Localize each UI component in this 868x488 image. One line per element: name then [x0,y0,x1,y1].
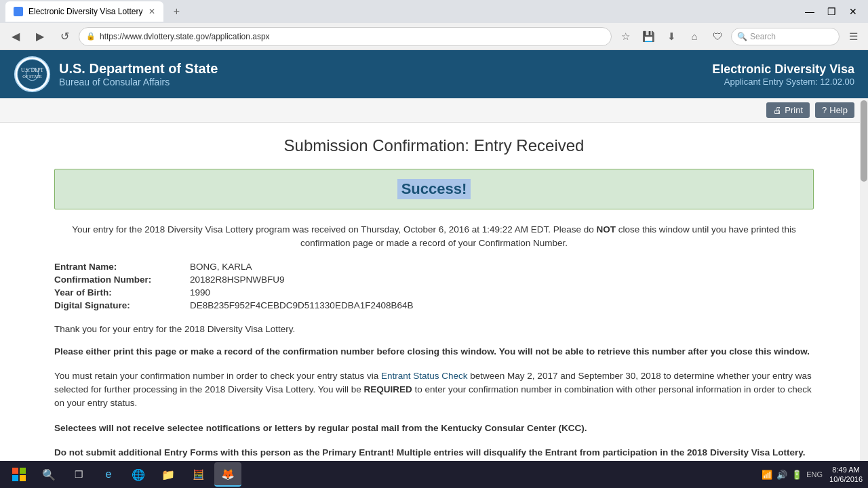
digital-sig-value: DE8B235F952F4CEBDC9D511330EDBA1F2408B64B [190,300,413,310]
department-seal: U.S. DEPT OF STATE [14,56,51,93]
required-text: REQUIRED [364,384,412,394]
system-sub: Applicant Entry System: 12.02.00 [712,77,854,87]
refresh-button[interactable]: ↺ [54,26,75,47]
page-title: Submission Confirmation: Entry Received [54,136,814,155]
taskbar-date-display: 10/6/2016 [829,474,863,484]
forward-button[interactable]: ▶ [30,26,50,47]
windows-logo-icon [12,468,26,481]
main-content: Submission Confirmation: Entry Received … [41,123,827,460]
taskbar-edge[interactable]: 🌐 [125,462,152,487]
taskbar-firefox[interactable]: 🦊 [214,462,241,487]
printer-icon: 🖨 [773,105,782,115]
scrollbar-thumb[interactable] [861,100,867,182]
details-table: Entrant Name: BONG, KARLA Confirmation N… [54,262,814,310]
digital-sig-label: Digital Signature: [54,300,190,310]
save-page-button[interactable]: 💾 [639,27,658,46]
download-button[interactable]: ⬇ [662,27,681,46]
confirmation-label: Confirmation Number: [54,274,190,285]
yob-label: Year of Birth: [54,287,190,298]
menu-button[interactable]: ☰ [844,27,863,46]
print-button[interactable]: 🖨 Print [766,102,810,118]
disqualify-notice: Do not submit additional Entry Forms wit… [54,446,814,460]
minimize-button[interactable]: — [800,2,819,21]
taskbar: 🔍 ❒ e 🌐 📁 🧮 🦊 📶 🔊 🔋 ENG 8 [0,461,868,488]
start-button[interactable] [5,462,33,487]
bookmark-star-button[interactable]: ☆ [616,27,635,46]
new-tab-button[interactable]: + [167,2,186,21]
back-button[interactable]: ◀ [5,26,26,47]
digital-sig-row: Digital Signature: DE8B235F952F4CEBDC9D5… [54,300,814,310]
site-header: U.S. DEPT OF STATE U.S. Department of St… [0,50,868,98]
shield-button[interactable]: 🛡 [708,27,727,46]
help-icon: ? [822,105,827,115]
yob-value: 1990 [190,287,210,298]
volume-icon: 🔊 [776,470,787,480]
info-paragraph: Your entry for the 2018 Diversity Visa L… [54,223,814,251]
page-toolbar: 🖨 Print ? Help [0,98,868,123]
entrant-name-value: BONG, KARLA [190,262,252,272]
svg-rect-7 [12,475,18,481]
warning-text: Please either print this page or make a … [54,345,814,359]
active-tab[interactable]: Electronic Diversity Visa Lottery ✕ [5,1,163,22]
svg-rect-6 [20,468,26,474]
url-text: https://www.dvlottery.state.gov/applicat… [100,32,270,41]
close-window-button[interactable]: ✕ [844,2,863,21]
search-placeholder: Search [750,32,776,41]
org-name: U.S. Department of State [59,61,218,77]
battery-icon: 🔋 [791,470,802,480]
system-title: Electronic Diversity Visa [712,62,854,77]
confirmation-row: Confirmation Number: 20182R8HSPNWBFU9 [54,274,814,285]
not-bold: NOT [597,224,616,235]
taskbar-calc[interactable]: 🧮 [184,462,212,487]
scrollbar[interactable] [860,100,868,461]
taskbar-search[interactable]: 🔍 [35,462,62,487]
taskbar-ie[interactable]: e [95,462,122,487]
confirmation-value: 20182R8HSPNWBFU9 [190,274,285,285]
network-icon: 📶 [762,470,772,480]
tab-title: Electronic Diversity Visa Lottery [28,7,143,16]
lock-icon: 🔒 [86,32,96,41]
entrant-name-row: Entrant Name: BONG, KARLA [54,262,814,272]
help-button[interactable]: ? Help [815,102,854,118]
success-text: Success! [397,179,471,199]
yob-row: Year of Birth: 1990 [54,287,814,298]
taskbar-system-icons: 📶 🔊 🔋 ENG [762,470,823,480]
home-button[interactable]: ⌂ [685,27,704,46]
org-sub: Bureau of Consular Affairs [59,77,218,87]
svg-rect-8 [20,475,26,481]
selectee-notice: Selectees will not receive selectee noti… [54,422,814,435]
thank-you-text: Thank you for your entry for the 2018 Di… [54,324,814,334]
success-box: Success! [54,169,814,209]
taskbar-clock: 8:49 AM 10/6/2016 [829,465,863,485]
entrant-status-link[interactable]: Entrant Status Check [381,371,468,381]
tab-favicon [14,7,23,16]
tab-close-button[interactable]: ✕ [149,7,155,16]
maximize-button[interactable]: ❒ [822,2,841,21]
taskbar-explorer[interactable]: 📁 [155,462,182,487]
notice-text-1: You must retain your confirmation number… [54,371,381,381]
page-content: U.S. DEPT OF STATE U.S. Department of St… [0,50,868,461]
taskbar-time-display: 8:49 AM [829,465,863,474]
address-bar[interactable]: 🔒 https://www.dvlottery.state.gov/applic… [79,27,612,46]
taskbar-right: 📶 🔊 🔋 ENG 8:49 AM 10/6/2016 [762,465,863,485]
taskbar-task-view[interactable]: ❒ [65,462,92,487]
notice-paragraph: You must retain your confirmation number… [54,369,814,411]
entrant-name-label: Entrant Name: [54,262,190,272]
svg-rect-5 [12,468,18,474]
search-icon: 🔍 [737,32,747,41]
info-text-start: Your entry for the 2018 Diversity Visa L… [72,224,596,235]
search-box[interactable]: 🔍 Search [731,28,840,45]
lang-indicator: ENG [806,470,823,479]
svg-text:OF STATE: OF STATE [22,74,42,79]
